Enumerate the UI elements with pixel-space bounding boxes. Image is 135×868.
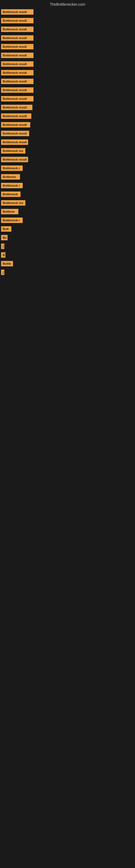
bottleneck-badge-6[interactable]: Bottleneck result [1,61,34,67]
rows-container: Bottleneck resultBottleneck resultBottle… [0,8,135,277]
bottleneck-row-0: Bottleneck result [0,8,135,16]
bottleneck-badge-21[interactable]: Bottleneck [1,191,20,197]
bottleneck-badge-13[interactable]: Bottleneck result [1,122,30,127]
bottleneck-badge-27[interactable]: | [1,244,4,249]
bottleneck-badge-9[interactable]: Bottleneck result [1,87,34,93]
bottleneck-badge-3[interactable]: Bottleneck result [1,35,34,41]
bottleneck-row-7: Bottleneck result [0,68,135,77]
bottleneck-row-29: Bottle [0,259,135,268]
bottleneck-row-26: Bo [0,233,135,242]
bottleneck-row-1: Bottleneck result [0,16,135,25]
bottleneck-badge-19[interactable]: Bottlenec [1,174,20,180]
bottleneck-badge-0[interactable]: Bottleneck result [1,9,34,14]
bottleneck-badge-8[interactable]: Bottleneck result [1,79,34,84]
bottleneck-badge-12[interactable]: Bottleneck result [1,113,31,119]
bottleneck-row-20: Bottleneck r [0,181,135,190]
bottleneck-row-4: Bottleneck result [0,42,135,51]
bottleneck-badge-24[interactable]: Bottleneck r [1,218,23,223]
bottleneck-row-5: Bottleneck result [0,51,135,60]
bottleneck-row-11: Bottleneck result [0,103,135,112]
bottleneck-badge-11[interactable]: Bottleneck result [1,105,32,110]
bottleneck-row-17: Bottleneck result [0,155,135,164]
bottleneck-badge-17[interactable]: Bottleneck result [1,157,28,162]
bottleneck-badge-29[interactable]: Bottle [1,261,13,267]
bottleneck-badge-18[interactable]: Bottleneck r [1,165,23,171]
bottleneck-row-16: Bottleneck res [0,147,135,155]
bottleneck-row-15: Bottleneck result [0,138,135,147]
bottleneck-badge-7[interactable]: Bottleneck result [1,70,34,75]
site-title: TheBottlenecker.com [0,0,135,8]
page-container: TheBottlenecker.com Bottleneck resultBot… [0,0,135,868]
bottleneck-row-22: Bottleneck res [0,198,135,207]
bottleneck-badge-25[interactable]: Bott [1,226,11,231]
bottleneck-badge-26[interactable]: Bo [1,235,8,240]
bottleneck-badge-10[interactable]: Bottleneck result [1,96,34,101]
bottleneck-badge-15[interactable]: Bottleneck result [1,140,28,145]
bottleneck-row-27: | [0,242,135,251]
bottleneck-badge-14[interactable]: Bottleneck result [1,131,29,136]
bottleneck-row-28: B [0,251,135,259]
bottleneck-badge-1[interactable]: Bottleneck result [1,18,34,23]
bottleneck-badge-5[interactable]: Bottleneck result [1,53,34,58]
bottleneck-badge-16[interactable]: Bottleneck res [1,148,26,154]
bottleneck-row-24: Bottleneck r [0,216,135,225]
bottleneck-badge-30[interactable]: | [1,270,4,275]
bottleneck-row-30: | [0,268,135,277]
bottleneck-badge-23[interactable]: Bottlene [1,209,18,214]
bottleneck-badge-4[interactable]: Bottleneck result [1,44,34,50]
bottleneck-row-3: Bottleneck result [0,34,135,42]
bottleneck-row-14: Bottleneck result [0,129,135,138]
bottleneck-row-23: Bottlene [0,207,135,216]
bottleneck-row-6: Bottleneck result [0,60,135,68]
bottleneck-row-18: Bottleneck r [0,164,135,173]
bottleneck-badge-2[interactable]: Bottleneck result [1,27,34,32]
bottleneck-row-13: Bottleneck result [0,120,135,129]
bottleneck-badge-28[interactable]: B [1,252,5,258]
bottleneck-badge-20[interactable]: Bottleneck r [1,183,23,188]
bottleneck-row-9: Bottleneck result [0,86,135,94]
bottleneck-row-10: Bottleneck result [0,94,135,103]
bottleneck-row-25: Bott [0,225,135,233]
bottleneck-row-12: Bottleneck result [0,112,135,120]
bottleneck-row-2: Bottleneck result [0,25,135,34]
bottleneck-badge-22[interactable]: Bottleneck res [1,200,26,206]
bottleneck-row-8: Bottleneck result [0,77,135,86]
bottleneck-row-19: Bottlenec [0,173,135,181]
bottleneck-row-21: Bottleneck [0,190,135,198]
